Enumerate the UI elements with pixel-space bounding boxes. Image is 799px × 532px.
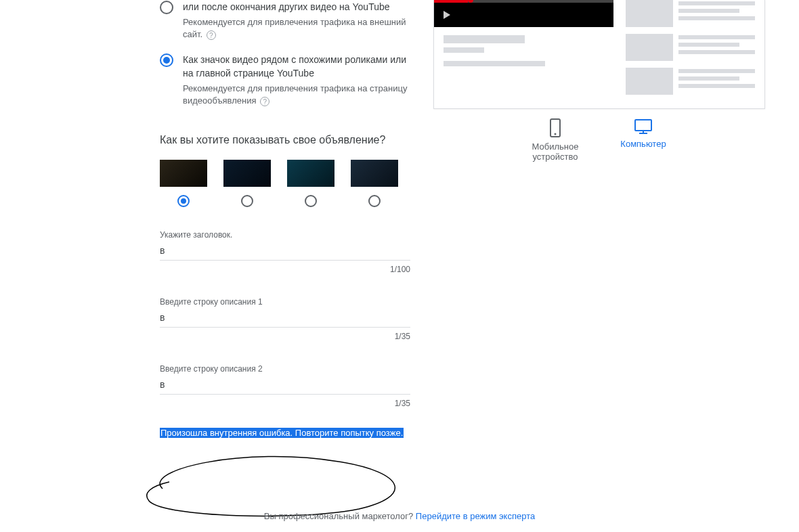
thumbnail-option-2[interactable] <box>223 160 271 187</box>
desc2-input[interactable]: в <box>160 379 410 394</box>
footer-question: Вы профессиональный маркетолог? <box>264 511 416 521</box>
thumbnail-radio-3[interactable] <box>305 195 317 207</box>
preview-side-item <box>626 0 755 27</box>
radio-icon[interactable] <box>160 1 173 14</box>
desc2-label: Введите строку описания 2 <box>160 364 410 374</box>
expert-mode-link[interactable]: Перейдите в режим эксперта <box>416 511 535 521</box>
preview-side-item <box>626 68 755 95</box>
help-icon[interactable]: ? <box>207 30 216 40</box>
device-tab-desktop[interactable]: Компьютер <box>613 118 674 162</box>
play-icon <box>444 11 450 19</box>
desktop-icon <box>634 118 653 135</box>
svg-rect-2 <box>635 120 651 131</box>
desc2-field-group: Введите строку описания 2 в 1/35 <box>160 364 410 408</box>
thumbnail-row <box>160 160 410 207</box>
thumbnail-radio-1[interactable] <box>177 195 190 207</box>
option-discovery[interactable]: Как значок видео рядом с похожими ролика… <box>160 53 410 107</box>
option-subtitle: Рекомендуется для привлечения трафика на… <box>183 16 410 41</box>
device-tab-label: Компьютер <box>620 139 666 149</box>
option-title: Как значок видео рядом с похожими ролика… <box>183 53 410 80</box>
skeleton-line <box>444 47 484 53</box>
option-title: или после окончания других видео на YouT… <box>183 0 410 14</box>
headline-input[interactable]: в <box>160 245 410 260</box>
preview-side-item <box>626 34 755 61</box>
error-row: Произошла внутренняя ошибка. Повторите п… <box>160 427 410 438</box>
mobile-icon <box>548 118 562 137</box>
thumbnail-option-1[interactable] <box>160 160 207 187</box>
svg-point-1 <box>555 133 557 135</box>
radio-icon[interactable] <box>160 53 173 67</box>
error-message: Произошла внутренняя ошибка. Повторите п… <box>160 428 404 438</box>
desc2-counter: 1/35 <box>160 399 410 408</box>
thumbnail-radio-4[interactable] <box>368 195 381 207</box>
headline-field-group: Укажите заголовок. в 1/100 <box>160 230 410 274</box>
device-tab-mobile[interactable]: Мобильное устройство <box>525 118 586 162</box>
headline-counter: 1/100 <box>160 265 410 274</box>
skeleton-line <box>444 35 525 43</box>
thumbnail-option-3[interactable] <box>287 160 334 187</box>
skeleton-line <box>444 61 545 66</box>
desc1-counter: 1/35 <box>160 332 410 341</box>
device-tabs: Мобильное устройство Компьютер <box>433 109 765 169</box>
thumbnail-option-4[interactable] <box>351 160 398 187</box>
option-subtitle: Рекомендуется для привлечения трафика на… <box>183 83 410 107</box>
ad-preview-card <box>433 0 765 109</box>
thumbnail-radio-2[interactable] <box>241 195 253 207</box>
footer: Вы профессиональный маркетолог? Перейдит… <box>0 511 799 521</box>
preview-video-controls <box>434 3 613 27</box>
desc1-label: Введите строку описания 1 <box>160 297 410 307</box>
headline-label: Укажите заголовок. <box>160 230 410 240</box>
help-icon[interactable]: ? <box>260 97 269 106</box>
device-tab-label: Мобильное устройство <box>532 141 579 162</box>
desc1-field-group: Введите строку описания 1 в 1/35 <box>160 297 410 341</box>
desc1-input[interactable]: в <box>160 312 410 327</box>
option-in-stream[interactable]: или после окончания других видео на YouT… <box>160 0 410 41</box>
thumbnail-section-heading: Как вы хотите показывать свое объявление… <box>160 134 410 146</box>
